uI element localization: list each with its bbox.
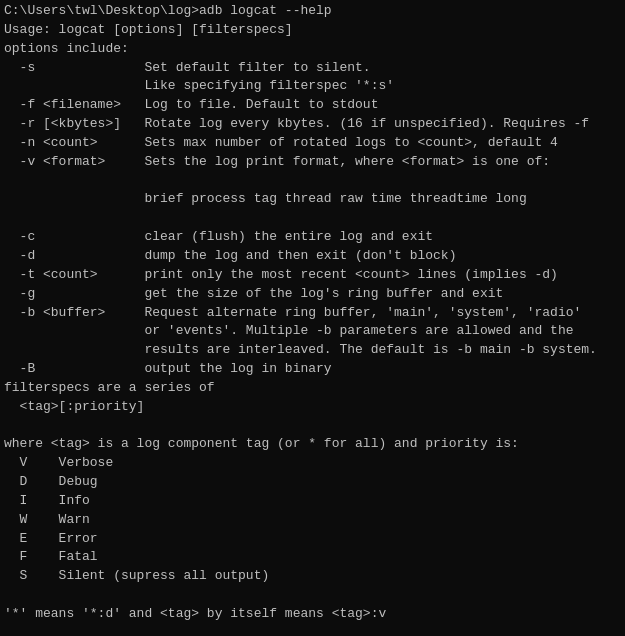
terminal-line: F Fatal xyxy=(4,548,621,567)
terminal-line: W Warn xyxy=(4,511,621,530)
terminal-line: where <tag> is a log component tag (or *… xyxy=(4,435,621,454)
terminal-line: D Debug xyxy=(4,473,621,492)
terminal-line: <tag>[:priority] xyxy=(4,398,621,417)
terminal-line: -v <format> Sets the log print format, w… xyxy=(4,153,621,172)
terminal-line: -f <filename> Log to file. Default to st… xyxy=(4,96,621,115)
terminal-line: E Error xyxy=(4,530,621,549)
terminal-line xyxy=(4,586,621,605)
terminal-line: options include: xyxy=(4,40,621,59)
terminal-line xyxy=(4,172,621,191)
terminal-line: -r [<kbytes>] Rotate log every kbytes. (… xyxy=(4,115,621,134)
terminal-line: Usage: logcat [options] [filterspecs] xyxy=(4,21,621,40)
terminal-line: V Verbose xyxy=(4,454,621,473)
terminal-line: I Info xyxy=(4,492,621,511)
terminal-line: Like specifying filterspec '*:s' xyxy=(4,77,621,96)
terminal-line: -s Set default filter to silent. xyxy=(4,59,621,78)
terminal-window: C:\Users\twl\Desktop\log>adb logcat --he… xyxy=(0,0,625,636)
terminal-line xyxy=(4,417,621,436)
terminal-line: -g get the size of the log's ring buffer… xyxy=(4,285,621,304)
terminal-line: '*' means '*:d' and <tag> by itself mean… xyxy=(4,605,621,624)
terminal-line: S Silent (supress all output) xyxy=(4,567,621,586)
terminal-line: results are interleaved. The default is … xyxy=(4,341,621,360)
terminal-line: brief process tag thread raw time thread… xyxy=(4,190,621,209)
terminal-line: -t <count> print only the most recent <c… xyxy=(4,266,621,285)
terminal-line xyxy=(4,209,621,228)
terminal-line: or 'events'. Multiple -b parameters are … xyxy=(4,322,621,341)
terminal-line: -c clear (flush) the entire log and exit xyxy=(4,228,621,247)
terminal-line xyxy=(4,624,621,636)
terminal-line: -b <buffer> Request alternate ring buffe… xyxy=(4,304,621,323)
terminal-line: -B output the log in binary xyxy=(4,360,621,379)
terminal-line: filterspecs are a series of xyxy=(4,379,621,398)
terminal-line: -d dump the log and then exit (don't blo… xyxy=(4,247,621,266)
terminal-line: C:\Users\twl\Desktop\log>adb logcat --he… xyxy=(4,2,621,21)
terminal-line: -n <count> Sets max number of rotated lo… xyxy=(4,134,621,153)
